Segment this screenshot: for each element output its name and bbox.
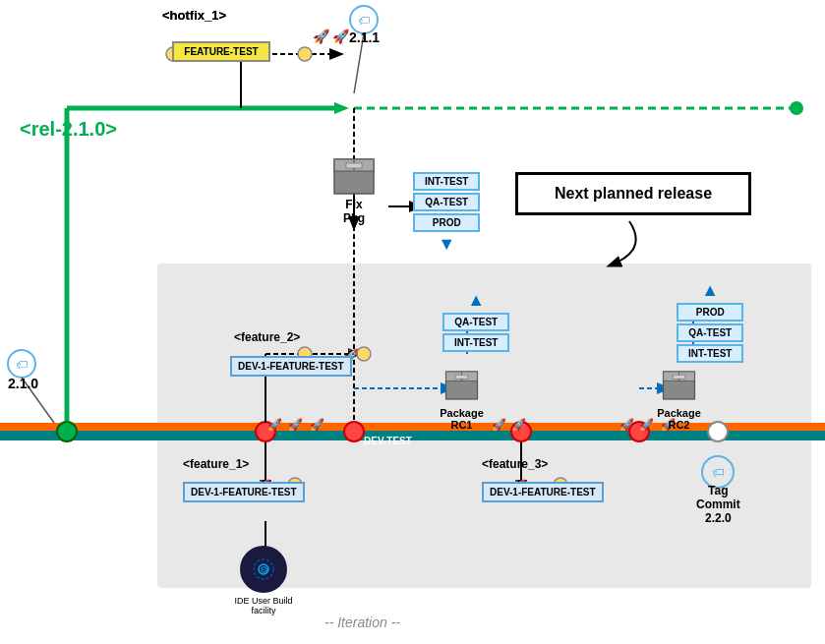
svg-marker-2 [334,102,349,114]
qa-test-box-rc2: QA-TEST [677,323,743,342]
iteration-label: -- Iteration -- [324,615,400,630]
svg-marker-7 [329,48,344,60]
feature2-label: <feature_2> [234,330,300,344]
qa-test-box-rc1: QA-TEST [442,313,509,331]
feature1-label: <feature_1> [183,457,249,471]
svg-text:🏷: 🏷 [16,358,28,372]
rc2-env-group: ▲ PROD QA-TEST INT-TEST [677,280,743,363]
feature3-label: <feature_3> [482,457,548,471]
fix-env-group: INT-TEST QA-TEST PROD ▼ [413,172,480,255]
dev1-feature-test-box-3: DEV-1-FEATURE-TEST [482,482,604,502]
svg-point-41 [8,350,35,378]
diagram: 🏷 🏷 🏷 🚀 🚀 🚀 🚀 🚀 🚀 🚀 🚀 🚀 🚀 🚀 🚀 🚀 [0,0,825,644]
package-rc1-box: PackageRC1 [440,364,484,431]
rel-version-label: <rel-2.1.0> [20,118,117,141]
dev-test-label: DEV-TEST [364,436,412,446]
hotfix-text: <hotfix_1> [162,8,226,23]
version-210-label: 2.1.0 [8,376,38,391]
package-rc2-box: PackageRC2 [657,364,701,431]
svg-point-4 [790,101,803,115]
svg-point-48 [298,47,312,61]
svg-rect-73 [455,375,468,379]
version-211-label: 2.1.1 [349,29,380,45]
svg-text:🚀: 🚀 [313,29,330,45]
svg-point-15 [57,422,77,441]
next-release-box: Next planned release [515,172,751,215]
feature-test-box: FEATURE-TEST [172,41,270,62]
int-test-box-rc1: INT-TEST [442,333,509,352]
int-test-box-fix: INT-TEST [413,172,480,191]
dev1ft1-label: DEV-1-FEATURE-TEST [191,487,297,498]
rc1-env-group: ▲ QA-TEST INT-TEST [442,290,509,352]
prod-box-rc2: PROD [677,303,743,322]
ide-label: IDE User Build facility [224,596,303,615]
ide-box: ⚙ IDE User Build facility [224,546,303,615]
package-rc1-label: PackageRC1 [440,407,484,431]
feature-test-label: FEATURE-TEST [184,46,258,57]
next-release-text: Next planned release [555,185,712,202]
qa-test-box-fix: QA-TEST [413,193,480,211]
prod-box-fix: PROD [413,213,480,232]
fix-pkg-box: FixPkg [329,149,379,225]
package-rc2-label: PackageRC2 [657,407,701,431]
tag-commit-label: TagCommit2.2.0 [696,484,740,525]
dev1-feature-test-box-1: DEV-1-FEATURE-TEST [183,482,305,502]
svg-rect-77 [673,375,685,379]
dev1-feature-test-box-2: DEV-1-FEATURE-TEST [230,356,352,377]
svg-text:⚙: ⚙ [260,564,268,575]
dev1ft2-label: DEV-1-FEATURE-TEST [238,361,344,372]
svg-text:🚀: 🚀 [332,29,350,45]
svg-text:🏷: 🏷 [358,14,370,28]
int-test-box-rc2: INT-TEST [677,344,743,363]
svg-rect-69 [346,163,362,168]
dev1ft3-label: DEV-1-FEATURE-TEST [490,487,596,498]
fix-pkg-label: FixPkg [329,198,379,225]
